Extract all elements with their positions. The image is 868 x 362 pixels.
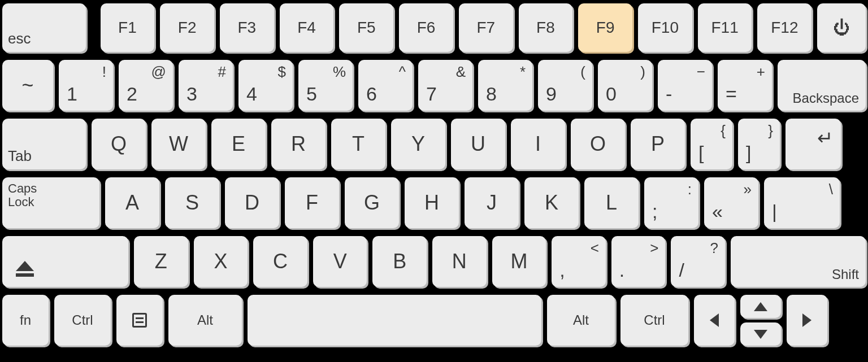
key-4[interactable]: 4$ — [238, 60, 293, 111]
key-backspace[interactable]: Backspace — [778, 60, 866, 111]
key-x[interactable]: X — [194, 236, 248, 287]
key-g[interactable]: G — [345, 177, 399, 228]
key-esc[interactable]: esc — [2, 3, 86, 52]
key-f2[interactable]: F2 — [160, 3, 214, 52]
key-capslock[interactable]: Caps Lock — [2, 177, 99, 228]
key-1[interactable]: 1! — [59, 60, 113, 111]
row-asdf: Caps Lock A S D F G H J K L ;: «» |\ — [2, 177, 866, 228]
key-slash[interactable]: /? — [671, 236, 725, 287]
key-comma[interactable]: ,< — [552, 236, 606, 287]
key-0[interactable]: 0) — [598, 60, 652, 111]
key-f4[interactable]: F4 — [280, 3, 334, 52]
key-alt-left[interactable]: Alt — [168, 295, 242, 346]
key-j[interactable]: J — [465, 177, 519, 228]
row-function: esc F1 F2 F3 F4 F5 F6 F7 F8 F9 F10 F11 F… — [2, 3, 866, 52]
key-c[interactable]: C — [253, 236, 307, 287]
key-f9[interactable]: F9 — [578, 3, 632, 52]
arrow-up-icon — [754, 302, 767, 311]
key-y[interactable]: Y — [391, 119, 445, 169]
row-zxcv: Z X C V B N M ,< .> /? Shift — [2, 236, 866, 287]
key-space[interactable] — [248, 295, 541, 346]
key-ctrl-left[interactable]: Ctrl — [54, 295, 111, 346]
key-9[interactable]: 9( — [538, 60, 592, 111]
key-fn[interactable]: fn — [2, 295, 49, 346]
key-f12[interactable]: F12 — [757, 3, 811, 52]
row-numbers: ~ 1! 2@ 3# 4$ 5% 6^ 7& 8* 9( 0) -− =+ Ba… — [2, 60, 866, 111]
arrow-down-icon — [754, 330, 767, 339]
key-o[interactable]: O — [571, 119, 625, 169]
key-w[interactable]: W — [151, 119, 206, 169]
key-e[interactable]: E — [211, 119, 266, 169]
arrow-right-icon — [802, 313, 811, 327]
eject-icon — [16, 261, 34, 277]
key-arrow-down[interactable] — [740, 322, 781, 346]
key-period[interactable]: .> — [611, 236, 666, 287]
key-f5[interactable]: F5 — [339, 3, 393, 52]
key-i[interactable]: I — [511, 119, 565, 169]
key-f6[interactable]: F6 — [399, 3, 453, 52]
key-v[interactable]: V — [313, 236, 367, 287]
key-semicolon[interactable]: ;: — [644, 177, 698, 228]
key-ctrl-right[interactable]: Ctrl — [620, 295, 688, 346]
key-enter[interactable]: ↵ — [785, 119, 841, 169]
key-arrow-left[interactable] — [694, 295, 735, 346]
arrow-left-icon — [710, 313, 719, 327]
key-3[interactable]: 3# — [179, 60, 233, 111]
key-b[interactable]: B — [372, 236, 427, 287]
key-q[interactable]: Q — [92, 119, 146, 169]
key-shift[interactable]: Shift — [731, 236, 866, 287]
key-arrow-updown — [740, 295, 781, 346]
key-bracket-right[interactable]: ]} — [738, 119, 780, 169]
key-d[interactable]: D — [225, 177, 279, 228]
key-eject[interactable] — [2, 236, 128, 287]
key-2[interactable]: 2@ — [119, 60, 173, 111]
key-arrow-right[interactable] — [787, 295, 827, 346]
key-p[interactable]: P — [631, 119, 685, 169]
key-s[interactable]: S — [165, 177, 219, 228]
key-5[interactable]: 5% — [298, 60, 353, 111]
key-m[interactable]: M — [492, 236, 546, 287]
key-equals[interactable]: =+ — [718, 60, 772, 111]
key-f8[interactable]: F8 — [519, 3, 573, 52]
key-7[interactable]: 7& — [418, 60, 472, 111]
key-r[interactable]: R — [271, 119, 326, 169]
key-f11[interactable]: F11 — [698, 3, 752, 52]
key-n[interactable]: N — [432, 236, 487, 287]
key-f3[interactable]: F3 — [220, 3, 274, 52]
key-k[interactable]: K — [524, 177, 579, 228]
key-alt-right[interactable]: Alt — [547, 295, 615, 346]
key-u[interactable]: U — [451, 119, 505, 169]
key-f7[interactable]: F7 — [459, 3, 513, 52]
key-arrow-up[interactable] — [740, 295, 781, 318]
power-icon: ⏻ — [833, 18, 850, 37]
key-f1[interactable]: F1 — [101, 3, 155, 52]
key-8[interactable]: 8* — [478, 60, 532, 111]
key-f10[interactable]: F10 — [638, 3, 692, 52]
key-h[interactable]: H — [405, 177, 459, 228]
key-tilde[interactable]: ~ — [2, 60, 53, 111]
row-bottom: fn Ctrl Alt Alt Ctrl — [2, 295, 866, 346]
keyboard: esc F1 F2 F3 F4 F5 F6 F7 F8 F9 F10 F11 F… — [2, 3, 866, 346]
key-quote[interactable]: «» — [704, 177, 758, 228]
key-t[interactable]: T — [331, 119, 385, 169]
key-6[interactable]: 6^ — [358, 60, 413, 111]
key-power[interactable]: ⏻ — [817, 3, 866, 52]
key-bracket-left[interactable]: [{ — [691, 119, 732, 169]
menu-icon — [132, 313, 147, 328]
key-f[interactable]: F — [285, 177, 339, 228]
key-l[interactable]: L — [584, 177, 639, 228]
key-minus[interactable]: -− — [658, 60, 712, 111]
key-menu[interactable] — [116, 295, 163, 346]
key-a[interactable]: A — [105, 177, 159, 228]
key-z[interactable]: Z — [134, 236, 188, 287]
key-tab[interactable]: Tab — [2, 119, 86, 169]
key-backslash[interactable]: |\ — [764, 177, 840, 228]
enter-icon: ↵ — [817, 127, 833, 149]
row-qwerty: Tab Q W E R T Y U I O P [{ ]} ↵ — [2, 119, 866, 169]
